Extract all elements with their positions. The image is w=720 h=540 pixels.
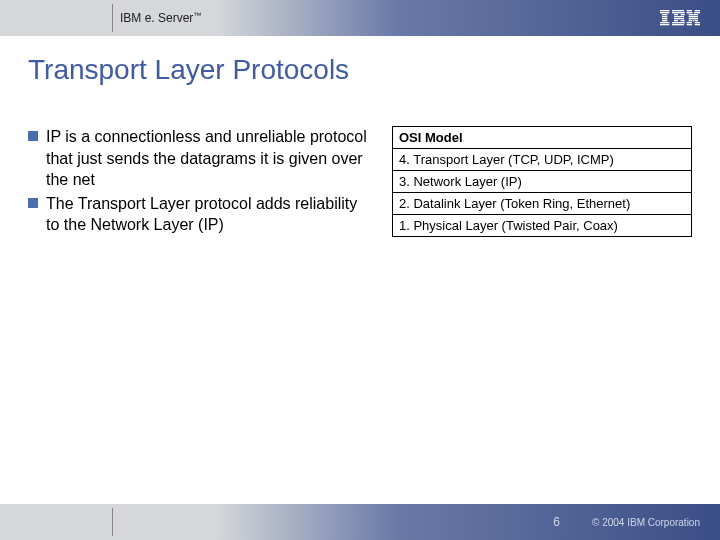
svg-rect-8 — [672, 10, 684, 11]
svg-rect-7 — [660, 24, 669, 25]
svg-rect-12 — [674, 16, 684, 17]
osi-table: OSI Model 4. Transport Layer (TCP, UDP, … — [392, 126, 692, 237]
svg-rect-23 — [693, 14, 698, 15]
header-bar: IBM e. Server™ — [0, 0, 720, 36]
content-area: IP is a connectionless and unreliable pr… — [0, 86, 720, 504]
bullet-icon — [28, 131, 38, 141]
svg-rect-15 — [681, 20, 685, 21]
svg-rect-6 — [660, 22, 669, 23]
header-divider — [112, 4, 113, 32]
svg-rect-2 — [662, 14, 667, 15]
osi-diagram: OSI Model 4. Transport Layer (TCP, UDP, … — [392, 126, 692, 504]
svg-rect-19 — [695, 10, 700, 11]
table-row: OSI Model — [393, 127, 692, 149]
svg-rect-29 — [687, 22, 692, 23]
table-row: 3. Network Layer (IP) — [393, 171, 692, 193]
footer-bar: 6 © 2004 IBM Corporation — [0, 504, 720, 540]
table-row: 1. Physical Layer (Twisted Pair, Coax) — [393, 215, 692, 237]
svg-rect-9 — [672, 12, 685, 13]
svg-rect-18 — [687, 10, 692, 11]
bullet-text: IP is a connectionless and unreliable pr… — [46, 126, 372, 191]
bullet-icon — [28, 198, 38, 208]
svg-rect-24 — [689, 16, 698, 17]
svg-rect-0 — [660, 10, 669, 11]
ibm-logo-icon — [660, 10, 700, 30]
page-title: Transport Layer Protocols — [0, 36, 720, 86]
osi-cell: 4. Transport Layer (TCP, UDP, ICMP) — [393, 149, 692, 171]
table-row: 2. Datalink Layer (Token Ring, Ethernet) — [393, 193, 692, 215]
osi-cell: 2. Datalink Layer (Token Ring, Ethernet) — [393, 193, 692, 215]
svg-rect-10 — [674, 14, 678, 15]
svg-rect-21 — [694, 12, 700, 13]
osi-cell: 1. Physical Layer (Twisted Pair, Coax) — [393, 215, 692, 237]
svg-rect-22 — [689, 14, 694, 15]
svg-rect-14 — [674, 20, 678, 21]
bullet-text: The Transport Layer protocol adds reliab… — [46, 193, 372, 236]
svg-rect-17 — [672, 24, 684, 25]
brand-label: IBM e. Server™ — [120, 11, 201, 25]
page-number: 6 — [553, 515, 560, 529]
osi-cell: 3. Network Layer (IP) — [393, 171, 692, 193]
bullet-list: IP is a connectionless and unreliable pr… — [28, 126, 372, 504]
svg-rect-25 — [689, 18, 698, 19]
svg-rect-28 — [695, 20, 698, 21]
table-row: 4. Transport Layer (TCP, UDP, ICMP) — [393, 149, 692, 171]
svg-rect-11 — [681, 14, 685, 15]
svg-rect-26 — [689, 20, 692, 21]
svg-rect-27 — [693, 20, 694, 21]
svg-rect-16 — [672, 22, 685, 23]
svg-rect-32 — [695, 24, 700, 25]
brand-tm: ™ — [193, 11, 201, 20]
svg-rect-4 — [662, 18, 667, 19]
copyright-label: © 2004 IBM Corporation — [592, 517, 700, 528]
brand-prefix: IBM e. Server — [120, 11, 193, 25]
slide: IBM e. Server™ — [0, 0, 720, 540]
svg-rect-20 — [687, 12, 693, 13]
list-item: The Transport Layer protocol adds reliab… — [28, 193, 372, 236]
svg-rect-31 — [687, 24, 692, 25]
osi-heading: OSI Model — [393, 127, 692, 149]
list-item: IP is a connectionless and unreliable pr… — [28, 126, 372, 191]
svg-rect-30 — [695, 22, 700, 23]
svg-rect-1 — [660, 12, 669, 13]
footer-divider — [112, 508, 113, 536]
svg-rect-13 — [674, 18, 684, 19]
svg-rect-5 — [662, 20, 667, 21]
svg-rect-3 — [662, 16, 667, 17]
